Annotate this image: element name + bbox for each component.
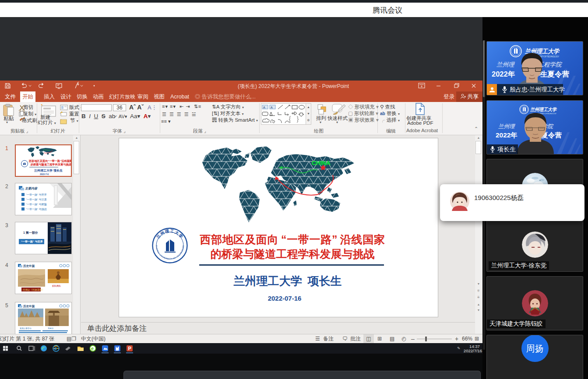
svg-text:“一带一路” 与世界: “一带一路” 与世界 bbox=[26, 193, 47, 197]
svg-text:A: A bbox=[271, 106, 273, 109]
svg-text:莫高窟雷音寺: 莫高窟雷音寺 bbox=[20, 327, 32, 330]
svg-text:嘉峪关: 嘉峪关 bbox=[48, 327, 54, 330]
svg-text:西部地区及面向“一带一路”沿线国家: 西部地区及面向“一带一路”沿线国家 bbox=[28, 159, 72, 163]
svg-text:2022-7-6: 2022-7-6 bbox=[40, 173, 49, 175]
svg-text:兰州理工大学: 兰州理工大学 bbox=[530, 107, 557, 112]
svg-text:CHINA: CHINA bbox=[312, 160, 331, 166]
svg-text:兰州理工大学 项长生: 兰州理工大学 项长生 bbox=[34, 168, 63, 172]
svg-text:A: A bbox=[263, 106, 265, 109]
svg-text:的桥梁与隧道工程学科发展与挑战: 的桥梁与隧道工程学科发展与挑战 bbox=[31, 163, 72, 166]
svg-text:历史中国: 历史中国 bbox=[23, 305, 35, 308]
svg-text:丝绸之《丝路花雨》: 丝绸之《丝路花雨》 bbox=[23, 288, 45, 291]
svg-text:主要内容: 主要内容 bbox=[25, 186, 38, 190]
svg-text:驼队商队: 驼队商队 bbox=[52, 284, 61, 287]
svg-text:e: e bbox=[54, 346, 57, 351]
svg-text:兰州理工大学: 兰州理工大学 bbox=[155, 229, 184, 240]
svg-text:P: P bbox=[128, 346, 131, 351]
svg-text:1 第一部分: 1 第一部分 bbox=[23, 231, 38, 235]
svg-text:“一带一路” 与挑战: “一带一路” 与挑战 bbox=[26, 208, 47, 211]
svg-text:“一带一路” 与甘肃: “一带一路” 与甘肃 bbox=[26, 198, 47, 201]
svg-text:历史中国: 历史中国 bbox=[23, 264, 35, 268]
svg-text:“一带一路” 与桥隧: “一带一路” 与桥隧 bbox=[26, 203, 47, 206]
svg-text:“一带一路” 与世界: “一带一路” 与世界 bbox=[21, 240, 43, 243]
svg-text:e: e bbox=[91, 346, 94, 351]
